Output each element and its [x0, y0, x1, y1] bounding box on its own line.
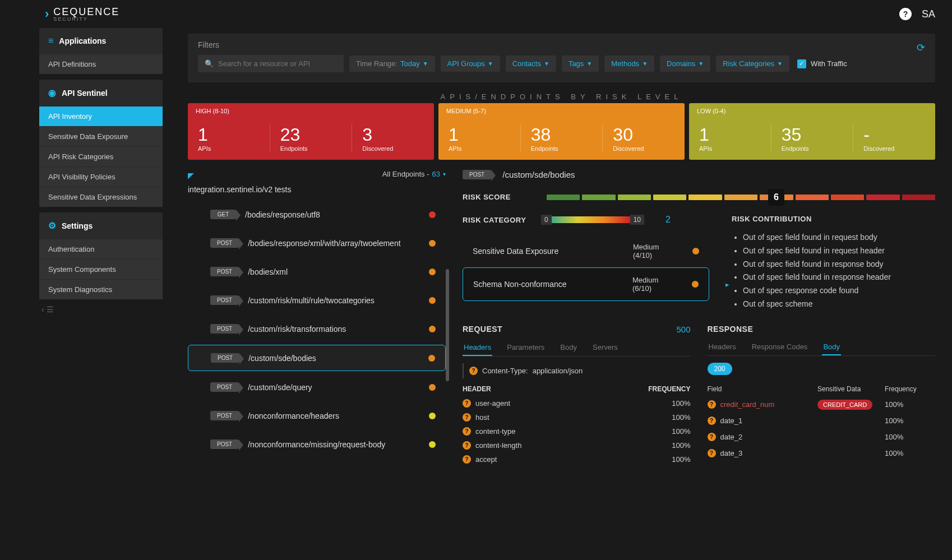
filter-chip-methods[interactable]: Methods▼	[604, 55, 654, 72]
risk-category-label: RISK CATEGORY	[463, 216, 530, 224]
sidebar: ≡ApplicationsAPI Definitions◉API Sentine…	[0, 0, 163, 560]
filter-chip-api-groups[interactable]: API Groups▼	[441, 55, 500, 72]
endpoint-item[interactable]: POST/custom/sde/bodies	[188, 345, 446, 371]
detail-path: /custom/sde/bodies	[502, 170, 575, 179]
brand-name: CEQUENCE	[53, 6, 119, 17]
endpoint-item[interactable]: POST/custom/risk/multi/rule/twocategorie…	[188, 288, 446, 313]
request-tab-servers[interactable]: Servers	[591, 340, 619, 356]
risk-card-medium[interactable]: MEDIUM (5-7)1APIs38Endpoints30Discovered	[438, 103, 685, 160]
info-icon[interactable]: ?	[708, 416, 716, 425]
filter-chip-risk-categories[interactable]: Risk Categories▼	[716, 55, 789, 72]
nav-item-api-definitions[interactable]: API Definitions	[39, 54, 163, 74]
endpoint-item[interactable]: POST/bodies/xml	[188, 259, 446, 284]
section-icon: ⚙	[48, 220, 56, 231]
sidebar-collapse-toggle[interactable]: ‹ ☰	[39, 305, 163, 314]
method-badge: POST	[210, 382, 239, 392]
refresh-icon[interactable]: ⟳	[917, 41, 925, 54]
risk-category-scale: 0 10	[541, 215, 644, 225]
nav-section-settings[interactable]: ⚙Settings	[39, 212, 163, 239]
checkbox-checked-icon[interactable]: ✓	[797, 59, 806, 68]
request-header-row[interactable]: ?content-length100%	[463, 438, 691, 452]
endpoint-item[interactable]: POST/bodies/response/xml/with/array/twoe…	[188, 230, 446, 256]
risk-dot-icon	[692, 248, 699, 254]
info-icon[interactable]: ?	[463, 413, 471, 422]
response-field-row[interactable]: ?date_2100%	[708, 429, 936, 445]
nav-item-api-inventory[interactable]: API Inventory	[39, 106, 163, 126]
search-placeholder: Search for a resource or API	[218, 59, 310, 68]
request-tab-headers[interactable]: Headers	[463, 340, 492, 356]
risk-score-value: 6	[768, 189, 784, 206]
risk-card-low[interactable]: LOW (0-4)1APIs35Endpoints-Discovered	[689, 103, 935, 160]
filter-with-traffic[interactable]: ✓ With Traffic	[797, 59, 847, 68]
nav-section-api-sentinel[interactable]: ◉API Sentinel	[39, 80, 163, 106]
response-field-row[interactable]: ?credit_card_numCREDIT_CARD100%	[708, 396, 936, 413]
endpoint-path: /bodies/response/xml/with/array/twoeleme…	[248, 239, 420, 248]
nav-section-applications[interactable]: ≡Applications	[39, 28, 163, 54]
method-badge: POST	[210, 324, 239, 334]
chevron-down-icon: ▼	[698, 61, 704, 67]
filter-chip-domains[interactable]: Domains▼	[660, 55, 710, 72]
response-field-row[interactable]: ?date_1100%	[708, 413, 936, 429]
section-icon: ≡	[48, 36, 53, 46]
flag-icon[interactable]: ◤	[188, 171, 194, 180]
info-icon[interactable]: ?	[708, 433, 716, 441]
risk-category-item[interactable]: Sensitive Data ExposureMedium(4/10)	[463, 235, 709, 267]
nav-item-authentication[interactable]: Authentication	[39, 239, 163, 259]
category-count: 2	[666, 215, 671, 225]
search-input[interactable]: 🔍 Search for a resource or API	[198, 55, 344, 72]
request-header-row[interactable]: ?content-type100%	[463, 424, 691, 438]
info-icon[interactable]: ?	[463, 455, 471, 464]
detail-method-badge: POST	[463, 170, 491, 179]
filter-time-range[interactable]: Time Range: Today ▼	[349, 55, 435, 72]
nav-item-sensitive-data-exposure[interactable]: Sensitive Data Exposure	[39, 126, 163, 146]
risk-dot-icon	[692, 281, 699, 288]
request-tab-parameters[interactable]: Parameters	[506, 340, 546, 356]
search-icon: 🔍	[205, 59, 214, 68]
response-tab-headers[interactable]: Headers	[708, 339, 737, 355]
response-tab-response-codes[interactable]: Response Codes	[751, 339, 809, 355]
endpoint-path: /custom/sde/bodies	[248, 354, 419, 363]
endpoint-item[interactable]: POST/nonconformance/missing/request-body	[188, 432, 446, 457]
request-header-row[interactable]: ?accept100%	[463, 452, 691, 466]
request-tab-body[interactable]: Body	[559, 340, 578, 356]
info-icon[interactable]: ?	[708, 449, 716, 457]
info-icon[interactable]: ?	[469, 367, 478, 375]
response-field-row[interactable]: ?date_3100%	[708, 445, 936, 461]
risk-dot-icon	[428, 355, 435, 362]
risk-dot-icon	[429, 384, 436, 391]
status-code-badge[interactable]: 200	[708, 363, 732, 375]
method-badge: POST	[211, 353, 239, 363]
method-badge: POST	[210, 238, 239, 248]
endpoint-path: /bodies/xml	[248, 267, 420, 276]
endpoint-item[interactable]: GET/bodies/response/utf8	[188, 202, 446, 227]
nav-item-api-risk-categories[interactable]: API Risk Categories	[39, 146, 163, 166]
nav-item-system-components[interactable]: System Components	[39, 259, 163, 279]
help-icon[interactable]: ?	[899, 8, 912, 20]
filter-chip-tags[interactable]: Tags▼	[562, 55, 599, 72]
info-icon[interactable]: ?	[708, 400, 716, 409]
info-icon[interactable]: ?	[463, 427, 471, 436]
resp-col-sensitive: Sensitive Data	[817, 385, 885, 393]
info-icon[interactable]: ?	[463, 441, 471, 450]
chevron-down-icon: ▼	[544, 61, 549, 67]
endpoint-item[interactable]: POST/nonconformance/headers	[188, 403, 446, 428]
response-tab-body[interactable]: Body	[822, 339, 841, 355]
endpoints-header[interactable]: All Endpoints - 63 ▾	[188, 170, 446, 178]
nav-item-sensitive-data-expressions[interactable]: Sensitive Data Expressions	[39, 187, 163, 207]
request-header-row[interactable]: ?host100%	[463, 410, 691, 424]
endpoint-item[interactable]: POST/custom/risk/transformations	[188, 316, 446, 341]
endpoint-item[interactable]: POST/custom/sde/query	[188, 374, 446, 400]
risk-section-title: APIS/ENDPOINTS BY RISK LEVEL	[188, 92, 935, 101]
user-avatar[interactable]: SA	[922, 8, 935, 20]
risk-card-high[interactable]: HIGH (8-10)1APIs23Endpoints3Discovered	[188, 103, 434, 160]
endpoint-path: /custom/risk/multi/rule/twocategories	[248, 296, 420, 305]
filter-chip-contacts[interactable]: Contacts▼	[506, 55, 556, 72]
request-header-row[interactable]: ?user-agent100%	[463, 396, 691, 410]
info-icon[interactable]: ?	[463, 399, 471, 408]
resp-col-field: Field	[708, 385, 818, 393]
nav-item-system-diagnostics[interactable]: System Diagnostics	[39, 279, 163, 299]
nav-item-api-visibility-policies[interactable]: API Visibility Policies	[39, 166, 163, 187]
request-count: 500	[676, 325, 690, 334]
risk-category-item[interactable]: Schema Non-conformanceMedium(6/10)▸	[463, 267, 709, 301]
scrollbar-vertical[interactable]	[446, 269, 449, 381]
